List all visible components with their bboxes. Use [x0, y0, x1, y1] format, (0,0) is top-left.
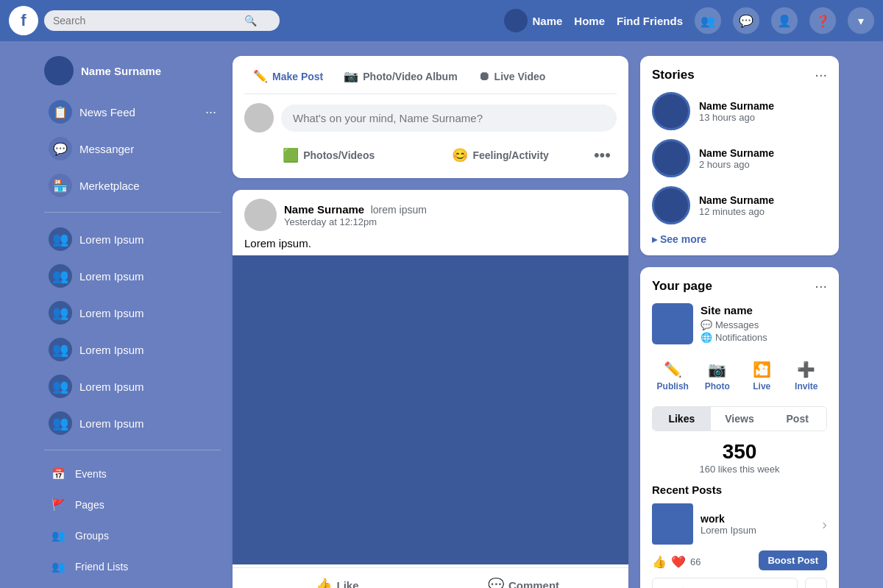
- sidebar-item-messenger[interactable]: 💬 Messanger: [44, 131, 221, 166]
- stories-see-more-label: See more: [660, 233, 706, 245]
- story-meta-3: Name Surname 12 minutes ago: [699, 194, 774, 217]
- composer-tab-make-post[interactable]: ✏️ Make Post: [244, 65, 332, 88]
- sidebar-extra: 📅Events🚩Pages👥Groups👥Friend Lists🕐On Thi…: [44, 459, 221, 588]
- create-promotion-button[interactable]: 📢 Create Promotion: [652, 578, 798, 588]
- friends-icon[interactable]: 👥: [695, 7, 721, 34]
- story-item-2[interactable]: Name Surname 2 hours ago: [652, 139, 827, 177]
- photo-action[interactable]: 📷 Photo: [697, 355, 739, 397]
- composer-actions: 🟩 Photos/Videos 😊 Feeling/Activity •••: [244, 141, 617, 169]
- composer-more[interactable]: •••: [588, 141, 617, 169]
- see-more-arrow: ▸: [652, 233, 657, 245]
- sidebar-extra-events[interactable]: 📅Events: [44, 459, 221, 489]
- post-body-text: Lorem ipsum.: [233, 237, 628, 255]
- messenger-icon[interactable]: 💬: [733, 7, 759, 34]
- recent-post-thumbnail: [652, 503, 693, 545]
- sidebar-item-lorem3[interactable]: 👥Lorem Ipsum: [44, 295, 221, 330]
- sidebar-extra-groups[interactable]: 👥Groups: [44, 521, 221, 550]
- search-bar[interactable]: 🔍: [44, 10, 280, 31]
- post-author-sub: lorem ipsum: [371, 204, 427, 216]
- group-icon-4: 👥: [49, 375, 72, 398]
- sidebar-item-lorem1[interactable]: 👥Lorem Ipsum: [44, 222, 221, 257]
- chevron-down-icon[interactable]: ▾: [848, 7, 874, 34]
- photo-video-label: Photo/Video Album: [363, 71, 457, 82]
- feeling-action[interactable]: 😊 Feeling/Activity: [416, 141, 584, 169]
- main-layout: Name Surname 📋 News Feed ··· 💬 Messanger…: [37, 41, 846, 588]
- group-label-3: Lorem Ipsum: [79, 344, 144, 356]
- group-icon-0: 👥: [49, 227, 72, 251]
- create-promotion-dropdown[interactable]: ▾: [805, 578, 827, 588]
- comment-action[interactable]: 💬 Comment: [430, 571, 617, 588]
- post-tab[interactable]: Post: [768, 407, 826, 431]
- stories-see-more[interactable]: ▸ See more: [652, 233, 827, 245]
- composer-tab-live[interactable]: ⏺ Live Video: [469, 65, 555, 88]
- story-avatar-3: [652, 186, 690, 224]
- sidebar-item-lorem2[interactable]: 👥Lorem Ipsum: [44, 258, 221, 294]
- sidebar-extra-pages[interactable]: 🚩Pages: [44, 490, 221, 520]
- post-header: Name Surname lorem ipsum Yesterday at 12…: [233, 190, 628, 237]
- sidebar-extra-on-this-day[interactable]: 🕐On This Day: [44, 583, 221, 588]
- recent-post-chevron[interactable]: ›: [822, 516, 827, 533]
- news-feed-options[interactable]: ···: [205, 105, 216, 120]
- photo-video-icon: 📷: [344, 69, 358, 83]
- nav-find-friends[interactable]: Find Friends: [617, 15, 683, 27]
- publish-action[interactable]: ✏️ Publish: [652, 355, 694, 397]
- live-action[interactable]: 🎦 Live: [741, 355, 783, 397]
- your-page-options-icon[interactable]: ···: [815, 277, 827, 294]
- header-user[interactable]: Name: [504, 9, 562, 32]
- post-card: Name Surname lorem ipsum Yesterday at 12…: [233, 190, 628, 588]
- sidebar-item-lorem5[interactable]: 👥Lorem Ipsum: [44, 369, 221, 404]
- page-messages: 💬 Messages: [701, 319, 767, 330]
- group-label-1: Lorem Ipsum: [79, 270, 144, 283]
- recent-post-meta: work Lorem Ipsum: [701, 513, 756, 536]
- likes-tab[interactable]: Likes: [653, 407, 711, 431]
- photos-videos-action[interactable]: 🟩 Photos/Videos: [244, 141, 413, 169]
- boost-post-button[interactable]: Boost Post: [759, 550, 827, 570]
- sidebar-item-label: Merketplace: [79, 180, 140, 192]
- group-label-0: Lorem Ipsum: [79, 233, 144, 246]
- story-name-2: Name Surname: [699, 147, 774, 159]
- comment-label: Comment: [508, 579, 559, 589]
- sidebar-groups: 👥Lorem Ipsum👥Lorem Ipsum👥Lorem Ipsum👥Lor…: [44, 222, 221, 441]
- group-label-4: Lorem Ipsum: [79, 380, 144, 393]
- help-icon[interactable]: ❓: [809, 7, 836, 34]
- sidebar-extra-friend-lists[interactable]: 👥Friend Lists: [44, 552, 221, 581]
- messenger-sidebar-icon: 💬: [49, 137, 72, 160]
- invite-action[interactable]: ➕ Invite: [786, 355, 828, 397]
- views-tab[interactable]: Views: [711, 407, 769, 431]
- story-meta-1: Name Surname 13 hours ago: [699, 100, 774, 123]
- publish-label: Publish: [657, 381, 689, 392]
- pages-label: Pages: [75, 499, 104, 511]
- like-action[interactable]: 👍 Like: [244, 571, 430, 588]
- sidebar-item-lorem4[interactable]: 👥Lorem Ipsum: [44, 332, 221, 367]
- story-avatar-1: [652, 92, 690, 130]
- post-author-name[interactable]: Name Surname: [284, 203, 364, 216]
- like-label: Like: [336, 579, 358, 589]
- sidebar-user[interactable]: Name Surname: [44, 56, 221, 85]
- page-actions: ✏️ Publish 📷 Photo 🎦 Live ➕ Invite: [652, 355, 827, 397]
- search-input[interactable]: [53, 15, 244, 26]
- merketplace-icon: 🏪: [49, 174, 72, 197]
- facebook-logo[interactable]: f: [9, 6, 38, 35]
- sidebar-item-lorem6[interactable]: 👥Lorem Ipsum: [44, 405, 221, 441]
- sidebar-item-news-feed[interactable]: 📋 News Feed ···: [44, 94, 221, 130]
- stories-options-icon[interactable]: ···: [815, 66, 827, 83]
- live-action-icon: 🎦: [753, 361, 771, 378]
- your-page-header: Your page ···: [652, 277, 827, 294]
- notifications-globe-icon: 🌐: [701, 332, 712, 343]
- sidebar-item-merketplace[interactable]: 🏪 Merketplace: [44, 168, 221, 203]
- create-promotion-row: 📢 Create Promotion ▾: [652, 578, 827, 588]
- groups-icon: 👥: [49, 526, 68, 545]
- profile-icon[interactable]: 👤: [771, 7, 798, 34]
- composer-tab-photo[interactable]: 📷 Photo/Video Album: [335, 65, 466, 88]
- page-thumbnail: [652, 303, 693, 344]
- search-icon: 🔍: [244, 15, 257, 26]
- composer-input[interactable]: [281, 105, 617, 132]
- story-item-3[interactable]: Name Surname 12 minutes ago: [652, 186, 827, 224]
- comment-icon: 💬: [488, 577, 504, 588]
- story-name-3: Name Surname: [699, 194, 774, 206]
- story-time-3: 12 minutes ago: [699, 206, 774, 217]
- feed: ✏️ Make Post 📷 Photo/Video Album ⏺ Live …: [233, 56, 628, 588]
- story-item-1[interactable]: Name Surname 13 hours ago: [652, 92, 827, 130]
- nav-home[interactable]: Home: [574, 15, 605, 27]
- stories-title: Stories: [652, 68, 695, 82]
